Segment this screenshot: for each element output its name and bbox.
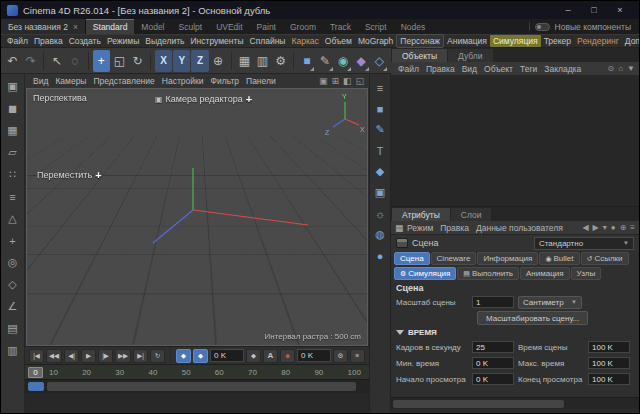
spline-pen-icon[interactable]: ✎ <box>371 121 389 138</box>
close-button[interactable]: × <box>607 1 633 19</box>
quantize-icon[interactable]: ∠ <box>3 297 23 316</box>
attributes-scroll-handle[interactable] <box>393 400 564 408</box>
attr-menu-mode[interactable]: Режим <box>404 223 436 233</box>
volume-icon[interactable]: ◇ <box>371 50 388 72</box>
panel-menu-icon[interactable]: ≡ <box>630 223 635 232</box>
menu-simulation[interactable]: Симуляция <box>490 35 541 47</box>
menu-tracker[interactable]: Трекер <box>541 35 574 47</box>
set-keyframe-button[interactable]: ◆ <box>246 349 261 363</box>
workplane-mode-icon[interactable]: ▱ <box>3 143 23 162</box>
objects-menu-edit[interactable]: Правка <box>423 64 458 74</box>
attr-menu-edit[interactable]: Правка <box>437 223 472 233</box>
attr-tab-animation[interactable]: Анимация <box>520 267 570 280</box>
objects-menu-tags[interactable]: Теги <box>517 64 540 74</box>
prev-frame-button[interactable]: ◀| <box>64 349 79 363</box>
document-close-icon[interactable]: × <box>73 22 78 32</box>
mograph-text-icon[interactable]: T <box>371 142 389 159</box>
next-key-button[interactable]: ▶▶ <box>115 349 131 363</box>
viewport-split-icon[interactable]: ◧ <box>343 76 352 86</box>
tab-layers[interactable]: Слои <box>451 208 492 221</box>
attr-menu-userdata[interactable]: Данные пользователя <box>473 223 566 233</box>
object-list[interactable] <box>391 76 639 207</box>
deformer-icon[interactable]: ◆ <box>353 50 370 72</box>
search-icon[interactable]: ⊙ <box>608 64 615 73</box>
sky-icon[interactable]: ◍ <box>371 226 389 243</box>
spline-pen-icon[interactable]: ✎ <box>316 50 333 72</box>
menu-select[interactable]: Выделить <box>142 35 187 47</box>
z-axis-lock-icon[interactable]: Z <box>191 50 208 72</box>
menu-animation[interactable]: Анимация <box>444 35 490 47</box>
new-components-toggle[interactable] <box>535 23 550 31</box>
prev-key-button[interactable]: ◀◀ <box>46 349 62 363</box>
end-frame-field[interactable]: 0 K <box>297 349 331 362</box>
attr-tab-bullet[interactable]: ◉Bullet <box>539 252 579 265</box>
tab-attributes[interactable]: Атрибуты <box>392 208 450 221</box>
render-picture-viewer-icon[interactable]: ▥ <box>254 50 271 72</box>
layout-tab-script[interactable]: Script <box>358 19 394 34</box>
viewport-solo-icon[interactable]: ◎ <box>3 253 23 272</box>
tab-objects[interactable]: Объекты <box>392 49 447 62</box>
layout-tab-standard[interactable]: Standard <box>86 19 135 34</box>
menu-render[interactable]: Рендеринг <box>574 35 622 47</box>
keyframe-position-toggle[interactable]: ◆ <box>176 349 191 363</box>
timeline-zoom-handle[interactable] <box>28 382 44 391</box>
timeline-ruler[interactable]: 0 10 20 30 40 50 60 70 80 90 100 <box>25 364 369 379</box>
pin-icon[interactable]: ⊕ <box>620 223 627 232</box>
unit-dropdown[interactable]: Сантиметр ▼ <box>518 296 582 309</box>
redo-icon[interactable]: ↷ <box>22 50 39 72</box>
palette-menu-icon[interactable]: ≡ <box>371 79 389 96</box>
viewport-menu-display[interactable]: Представление <box>90 76 157 86</box>
layout-tab-uvedit[interactable]: UVEdit <box>209 19 249 34</box>
scene-time-input[interactable]: 100 K <box>588 341 630 353</box>
layout-tab-nodes[interactable]: Nodes <box>394 19 433 34</box>
lock-icon[interactable]: ● <box>611 223 616 232</box>
cycle-button[interactable]: ↻ <box>150 349 165 363</box>
layout-tab-model[interactable]: Model <box>134 19 171 34</box>
render-view-icon[interactable]: ▦ <box>236 50 253 72</box>
menu-mesh[interactable]: Каркас <box>288 35 321 47</box>
fps-input[interactable]: 25 <box>472 341 514 353</box>
move-tool-icon[interactable]: + <box>93 50 110 72</box>
home-icon[interactable]: ⌂ <box>618 64 623 73</box>
maximize-button[interactable]: □ <box>581 1 607 19</box>
tab-takes[interactable]: Дубли <box>448 49 492 62</box>
current-frame-marker[interactable]: 0 <box>28 367 43 378</box>
rotate-tool-icon[interactable]: ↻ <box>129 50 146 72</box>
model-mode-icon[interactable]: ◼ <box>3 99 23 118</box>
layout-tab-sculpt[interactable]: Sculpt <box>172 19 210 34</box>
light-icon[interactable]: ☼ <box>371 205 389 222</box>
viewport-menu-panels[interactable]: Панели <box>243 76 279 86</box>
scale-input[interactable]: 1 <box>472 296 514 308</box>
points-mode-icon[interactable]: ∷ <box>3 165 23 184</box>
volume-builder-icon[interactable]: ◆ <box>371 163 389 180</box>
menu-character[interactable]: Персонаж <box>396 34 444 48</box>
attr-tab-references[interactable]: ↺Ссылки <box>581 252 629 265</box>
viewport[interactable]: Y X Z Перспектива ▣ Камера редактора + <box>26 88 368 346</box>
objects-menu-bookmark[interactable]: Закладка <box>541 64 584 74</box>
enable-axis-icon[interactable]: + <box>3 231 23 250</box>
preview-start-input[interactable]: 0 K <box>472 373 514 385</box>
menu-extensions[interactable]: Дополнения <box>622 35 640 47</box>
scale-scene-button[interactable]: Масштабировать сцену... <box>477 311 588 325</box>
forward-icon[interactable]: ▶ <box>593 223 599 232</box>
viewport-menu-options[interactable]: Настройки <box>159 76 207 86</box>
autokey-button[interactable]: A <box>263 349 278 363</box>
menu-modes[interactable]: Режимы <box>104 35 142 47</box>
viewport-maximize-icon[interactable]: ◱ <box>355 76 364 86</box>
coordinate-system-icon[interactable]: ⊕ <box>210 50 227 72</box>
polygons-mode-icon[interactable]: △ <box>3 209 23 228</box>
workplane-icon[interactable]: ▤ <box>3 319 23 338</box>
attr-tab-cineware[interactable]: Cineware <box>431 252 477 265</box>
material-icon[interactable]: ● <box>371 247 389 264</box>
preview-end-input[interactable]: 100 K <box>588 373 630 385</box>
viewport-menu-filter[interactable]: Фильтр <box>207 76 242 86</box>
viewport-camera-icon[interactable]: ▣ <box>319 76 328 86</box>
attr-tab-nodes[interactable]: Узлы <box>571 267 602 280</box>
layout-tab-paint[interactable]: Paint <box>250 19 283 34</box>
attr-tab-scene[interactable]: Сцена <box>394 252 430 265</box>
locked-workplane-icon[interactable]: ▥ <box>3 341 23 360</box>
transport-menu-icon[interactable]: ≡ <box>350 349 365 363</box>
add-cube-icon[interactable]: ■ <box>371 100 389 117</box>
select-tool-icon[interactable]: ↖ <box>48 50 65 72</box>
goto-start-button[interactable]: |◀ <box>29 349 44 363</box>
